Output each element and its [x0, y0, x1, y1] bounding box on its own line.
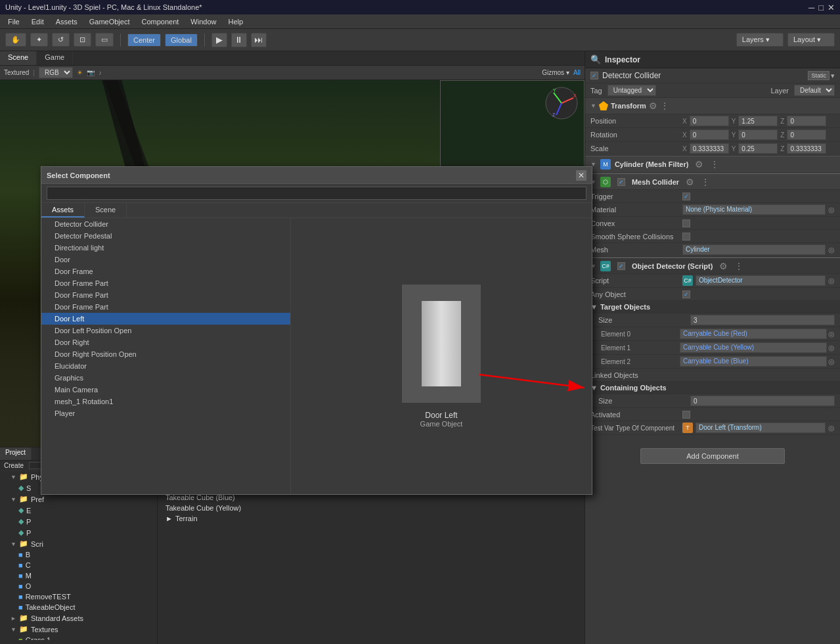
transform-gear[interactable]: ⚙	[649, 101, 657, 111]
pause-btn[interactable]: ⏸	[231, 33, 247, 47]
modal-item-door-frame-part-3[interactable]: Door Frame Part	[41, 301, 290, 313]
project-item-p2[interactable]: ◆ P	[0, 527, 157, 538]
color-mode-select[interactable]: RGB	[39, 67, 73, 78]
modal-item-door-frame[interactable]: Door Frame	[41, 265, 290, 277]
scale-tool-btn[interactable]: ⊡	[74, 33, 91, 47]
tab-project[interactable]: Project	[0, 448, 32, 460]
smooth-sphere-checkbox[interactable]	[682, 233, 690, 241]
static-arrow[interactable]: ▾	[831, 72, 835, 80]
material-ref[interactable]: None (Physic Material)	[682, 204, 826, 215]
script-picker[interactable]: ◎	[828, 277, 835, 285]
tab-game[interactable]: Game	[37, 51, 73, 65]
project-item-m[interactable]: ■ M	[0, 570, 157, 581]
fold-arrow-transform[interactable]: ▼	[590, 103, 596, 109]
element0-picker[interactable]: ◎	[828, 330, 835, 338]
mesh-filter-menu[interactable]: ⋮	[710, 159, 719, 170]
object-detector-menu[interactable]: ⋮	[734, 261, 743, 271]
element0-value[interactable]: Carryable Cube (Red)	[680, 329, 827, 339]
rot-x-field[interactable]	[690, 129, 729, 140]
target-size-field[interactable]	[690, 315, 835, 325]
menu-help[interactable]: Help	[223, 16, 248, 27]
active-checkbox[interactable]	[590, 72, 598, 80]
tag-select[interactable]: Untagged	[608, 85, 656, 96]
element2-value[interactable]: Carryable Cube (Blue)	[680, 356, 827, 367]
tab-scene[interactable]: Scene	[0, 51, 37, 65]
object-detector-enabled[interactable]	[617, 262, 625, 270]
play-btn[interactable]: ▶	[211, 33, 227, 47]
project-item-takeableobj[interactable]: ■ TakeableObject	[0, 602, 157, 612]
hand-tool-btn[interactable]: ✋	[5, 33, 26, 47]
object-detector-gear[interactable]: ⚙	[719, 261, 728, 271]
rotate-tool-btn[interactable]: ↺	[52, 33, 70, 47]
test-var-picker[interactable]: ◎	[828, 424, 835, 432]
element1-value[interactable]: Carryable Cube (Yellow)	[680, 342, 827, 353]
rot-z-field[interactable]	[787, 129, 826, 140]
pos-x-field[interactable]	[690, 116, 729, 126]
layout-dropdown[interactable]: Layout ▾	[787, 33, 835, 47]
modal-item-mesh-rotation[interactable]: mesh_1 Rotation1	[41, 396, 290, 407]
project-item-grass1[interactable]: ■ Grass 1	[0, 635, 157, 640]
project-item-b[interactable]: ■ B	[0, 549, 157, 560]
trigger-checkbox[interactable]	[682, 193, 690, 200]
project-item-scri[interactable]: ▼📁 Scri	[0, 538, 157, 549]
modal-item-directional-light[interactable]: Directional light	[41, 242, 290, 254]
gizmos-btn[interactable]: Gizmos ▾	[542, 69, 569, 76]
menu-component[interactable]: Component	[136, 16, 184, 27]
minimize-btn[interactable]: ─	[808, 3, 814, 12]
mesh-picker[interactable]: ◎	[828, 246, 835, 254]
menu-edit[interactable]: Edit	[26, 16, 49, 27]
target-objects-section[interactable]: ▼ Target Objects	[585, 301, 840, 313]
any-object-checkbox[interactable]	[682, 290, 690, 298]
mesh-collider-menu[interactable]: ⋮	[701, 177, 710, 187]
menu-file[interactable]: File	[3, 16, 25, 27]
modal-close-btn[interactable]: ✕	[576, 170, 586, 181]
modal-item-detector-pedestal[interactable]: Detector Pedestal	[41, 230, 290, 242]
project-item-o[interactable]: ■ O	[0, 581, 157, 591]
rect-tool-btn[interactable]: ▭	[95, 33, 114, 47]
script-ref[interactable]: ObjectDetector	[696, 275, 826, 286]
scale-z-field[interactable]	[787, 143, 826, 154]
modal-item-door[interactable]: Door	[41, 254, 290, 265]
project-item-p1[interactable]: ◆ P	[0, 516, 157, 527]
modal-item-player[interactable]: Player	[41, 407, 290, 419]
element1-picker[interactable]: ◎	[828, 344, 835, 352]
project-item-standard[interactable]: ►📁 Standard Assets	[0, 612, 157, 624]
project-item-removetest[interactable]: ■ RemoveTEST	[0, 591, 157, 602]
modal-item-door-frame-part-2[interactable]: Door Frame Part	[41, 289, 290, 301]
modal-item-door-left[interactable]: Door Left	[41, 313, 290, 325]
transform-menu[interactable]: ⋮	[660, 101, 669, 111]
menu-window[interactable]: Window	[185, 16, 221, 27]
add-component-button[interactable]: Add Component	[640, 448, 785, 464]
pos-y-field[interactable]	[738, 116, 778, 126]
mesh-collider-enabled[interactable]	[617, 178, 625, 186]
project-item-c[interactable]: ■ C	[0, 560, 157, 570]
modal-item-elucidator[interactable]: Elucidator	[41, 360, 290, 372]
test-var-ref[interactable]: Door Left (Transform)	[696, 423, 826, 433]
modal-item-door-right[interactable]: Door Right	[41, 336, 290, 348]
scale-y-field[interactable]	[738, 143, 778, 154]
modal-search-input[interactable]	[47, 187, 586, 200]
pos-z-field[interactable]	[787, 116, 826, 126]
project-item-e[interactable]: ◆ E	[0, 505, 157, 516]
global-btn[interactable]: Global	[165, 34, 198, 47]
close-btn[interactable]: ✕	[828, 3, 835, 12]
activated-checkbox[interactable]	[682, 411, 690, 419]
convex-checkbox[interactable]	[682, 219, 690, 227]
mesh-filter-gear[interactable]: ⚙	[695, 159, 703, 170]
containing-objects-section[interactable]: ▼ Containing Objects	[585, 382, 840, 394]
modal-item-detector-collider[interactable]: Detector Collider	[41, 218, 290, 230]
material-picker[interactable]: ◎	[828, 206, 835, 214]
modal-tab-scene[interactable]: Scene	[85, 203, 127, 218]
layer-select[interactable]: Default	[794, 85, 835, 96]
create-btn[interactable]: Create	[4, 462, 24, 469]
element2-picker[interactable]: ◎	[828, 357, 835, 366]
containing-size-field[interactable]	[690, 396, 835, 406]
move-tool-btn[interactable]: ✦	[30, 33, 48, 47]
hierarchy-item-terrain[interactable]: ► Terrain	[158, 513, 585, 524]
project-item-textures[interactable]: ▼📁 Textures	[0, 624, 157, 635]
modal-item-graphics[interactable]: Graphics	[41, 372, 290, 384]
menu-gameobject[interactable]: GameObject	[84, 16, 135, 27]
layers-dropdown[interactable]: Layers ▾	[736, 33, 784, 47]
rot-y-field[interactable]	[738, 129, 778, 140]
step-btn[interactable]: ⏭	[251, 33, 267, 47]
